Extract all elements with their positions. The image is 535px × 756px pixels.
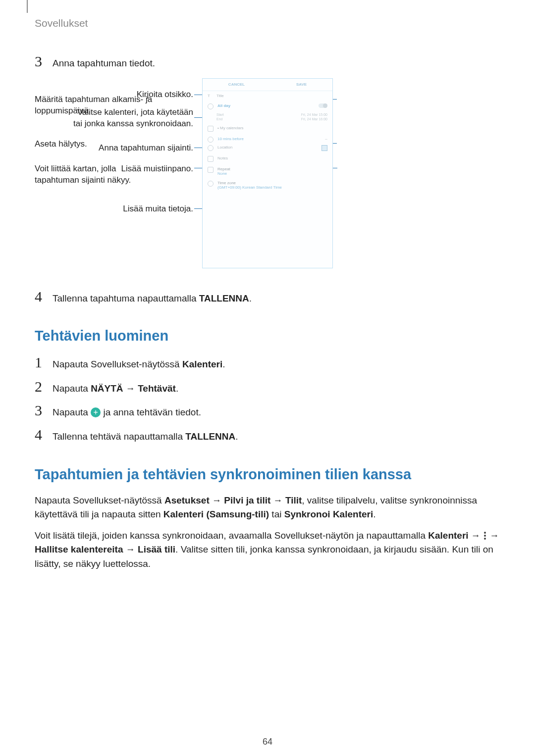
callout-dates: Määritä tapahtuman alkamis- ja loppumisp… <box>35 94 193 117</box>
t: Tallenna tehtävä napauttamalla <box>53 431 185 442</box>
calendar-icon <box>208 126 214 132</box>
t: TALLENNA <box>185 431 235 442</box>
tasks-step-2: 2 Napauta NÄYTÄ → Tehtävät. <box>35 379 500 396</box>
callout-calendar-l2: tai jonka kanssa synkronoidaan. <box>73 119 193 128</box>
phone-calendar-row: • My calendars <box>203 123 332 134</box>
callout-dates-l1: Määritä tapahtuman alkamis- ja <box>35 95 152 104</box>
phone-location: Location <box>217 145 321 150</box>
t: Tilit <box>285 495 302 505</box>
tasks-step-1: 1 Napauta Sovellukset-näytössä Kalenteri… <box>35 355 500 371</box>
t: → <box>487 530 499 541</box>
phone-repeat-row: Repeat None <box>203 164 332 178</box>
t: Hallitse kalentereita <box>35 544 123 554</box>
phone-title: Title <box>216 94 327 98</box>
t: Napauta Sovellukset-näytössä <box>53 359 182 369</box>
phone-mycalendars: • My calendars <box>217 126 327 130</box>
callout-more: Lisää muita tietoja. <box>35 203 193 215</box>
phone-location-row: Location <box>203 145 332 153</box>
phone-allday-row: All day <box>203 101 332 112</box>
step-number: 4 <box>35 427 53 442</box>
t: . <box>235 431 238 442</box>
phone-start-row: Start Fri, 24 Mar 15:00 End Fri, 24 Mar … <box>203 112 332 123</box>
t: Kalenteri (Samsung-tili) <box>163 509 269 519</box>
phone-repeat: Repeat <box>217 167 327 171</box>
phone-start: Start <box>216 113 224 116</box>
t: → <box>469 530 483 541</box>
t: Kalenteri <box>428 530 468 541</box>
t: Napauta <box>53 383 91 394</box>
t: Tehtävät <box>138 383 176 394</box>
phone-reminder-row: 10 mins before − <box>203 134 332 145</box>
step-text: Tallenna tapahtuma napauttamalla TALLENN… <box>53 289 252 305</box>
step-number: 3 <box>35 403 53 418</box>
phone-header: CANCEL SAVE <box>203 79 332 91</box>
t: Synkronoi Kalenteri <box>284 509 374 519</box>
t: TALLENNA <box>199 293 249 303</box>
tasks-step-3: 3 Napauta + ja anna tehtävän tiedot. <box>35 403 500 419</box>
t: . <box>373 509 375 519</box>
page: Sovellukset 3 Anna tapahtuman tiedot. Ki… <box>0 0 535 571</box>
phone-save: SAVE <box>296 82 307 87</box>
menu-icon <box>484 531 486 540</box>
phone-tz-val: (GMT+09:00) Korean Standard Time <box>217 185 327 190</box>
page-number: 64 <box>0 737 535 747</box>
phone-end: End <box>216 117 222 121</box>
t: . <box>222 359 225 369</box>
step-number: 1 <box>35 355 53 370</box>
phone-start-val: Fri, 24 Mar 15:00 <box>301 113 327 116</box>
t: → <box>210 495 224 505</box>
notes-icon <box>208 156 214 162</box>
phone-mock: CANCEL SAVE T Title All day Start Fri, 2… <box>202 78 333 268</box>
callout-map-l1: Voit liittää kartan, jolla <box>35 164 116 173</box>
phone-end-val: Fri, 24 Mar 16:00 <box>301 117 327 121</box>
step-number: 3 <box>35 54 53 69</box>
sync-para-2: Voit lisätä tilejä, joiden kanssa synkro… <box>35 529 500 571</box>
t: Pilvi ja tilit <box>224 495 270 505</box>
event-form-diagram: Kirjoita otsikko. Valitse kalenteri, jot… <box>35 78 500 270</box>
title-icon: T <box>208 94 213 99</box>
step-3: 3 Anna tapahtuman tiedot. <box>35 54 500 70</box>
pin-icon <box>208 145 214 151</box>
phone-reminder: 10 mins before <box>217 137 325 141</box>
callout-map: Voit liittää kartan, jolla tapahtuman si… <box>35 163 193 186</box>
section-header: Sovellukset <box>35 17 500 29</box>
step-text: Tallenna tehtävä napauttamalla TALLENNA. <box>53 427 238 444</box>
t: Napauta Sovellukset-näytössä <box>35 495 164 505</box>
t: Kalenteri <box>182 359 222 369</box>
allday-toggle <box>319 103 327 108</box>
t: . <box>249 293 252 303</box>
phone-repeat-val: None <box>217 171 327 176</box>
section-sync-title: Tapahtumien ja tehtävien synkronoiminen … <box>35 466 500 483</box>
phone-title-row: T Title <box>203 91 332 101</box>
t: NÄYTÄ <box>91 383 123 394</box>
step-text: Anna tapahtuman tiedot. <box>53 54 155 70</box>
phone-notes: Notes <box>217 156 327 160</box>
phone-allday: All day <box>217 103 319 108</box>
phone-notes-row: Notes <box>203 153 332 164</box>
line <box>194 208 202 209</box>
t: tai <box>269 509 284 519</box>
callout-dates-l2: loppumispäivä. <box>35 106 91 115</box>
t: → <box>123 383 138 394</box>
step-text: Napauta NÄYTÄ → Tehtävät. <box>53 379 178 396</box>
t: Lisää tili <box>138 544 175 554</box>
t: Tallenna tapahtuma napauttamalla <box>53 293 199 303</box>
callout-map-l2: tapahtuman sijainti näkyy. <box>35 175 131 185</box>
callout-alarm: Aseta hälytys. <box>35 139 193 150</box>
step-text: Napauta + ja anna tehtävän tiedot. <box>53 403 201 419</box>
t: . <box>176 383 178 394</box>
step-4: 4 Tallenna tapahtuma napauttamalla TALLE… <box>35 289 500 305</box>
t: ja anna tehtävän tiedot. <box>101 407 201 417</box>
remove-icon: − <box>325 137 327 142</box>
map-icon <box>321 145 327 151</box>
t: Napauta <box>53 407 91 417</box>
section-tasks-title: Tehtävien luominen <box>35 328 500 344</box>
tasks-step-4: 4 Tallenna tehtävä napauttamalla TALLENN… <box>35 427 500 444</box>
sync-para-1: Napauta Sovellukset-näytössä Asetukset →… <box>35 494 500 522</box>
step-text: Napauta Sovellukset-näytössä Kalenteri. <box>53 355 225 371</box>
step-number: 4 <box>35 289 53 304</box>
phone-timezone-row: Time zone (GMT+09:00) Korean Standard Ti… <box>203 178 332 192</box>
t: Asetukset <box>164 495 210 505</box>
clock-icon <box>208 103 214 109</box>
phone-timezone: Time zone <box>217 181 327 185</box>
